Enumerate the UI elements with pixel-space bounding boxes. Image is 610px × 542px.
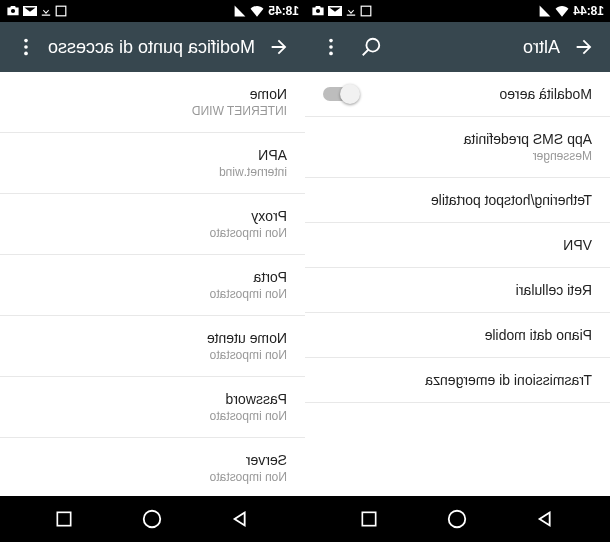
back-button[interactable] <box>564 27 604 67</box>
svg-point-12 <box>144 511 161 528</box>
header: Modifica punto di accesso <box>0 22 305 72</box>
list-item-username[interactable]: Nome utente Non impostato <box>0 316 305 377</box>
list-item-data-plan[interactable]: Piano dati mobile <box>305 313 610 358</box>
list-item-cellular[interactable]: Reti cellulari <box>305 268 610 313</box>
overflow-menu[interactable] <box>6 27 46 67</box>
svg-rect-0 <box>56 6 66 16</box>
nav-back[interactable] <box>216 499 266 539</box>
screenshot-icon <box>360 5 372 17</box>
nav-back[interactable] <box>521 499 571 539</box>
list-item-tethering[interactable]: Tethering/hotspot portatile <box>305 178 610 223</box>
svg-rect-5 <box>361 6 371 16</box>
list-item-emergency[interactable]: Trasmissioni di emergenza <box>305 358 610 403</box>
page-title: Altro <box>391 37 560 58</box>
settings-list: Nome INTERNET WIND APN internet.wind Pro… <box>0 72 305 496</box>
back-button[interactable] <box>259 27 299 67</box>
wifi-icon <box>250 5 264 17</box>
screenshot-icon <box>55 5 67 17</box>
svg-point-9 <box>329 39 333 43</box>
svg-point-6 <box>316 9 320 13</box>
svg-rect-15 <box>362 512 375 525</box>
svg-point-4 <box>24 52 28 56</box>
download-icon <box>40 5 52 17</box>
overflow-menu[interactable] <box>311 27 351 67</box>
svg-rect-13 <box>57 512 70 525</box>
list-item-sms-app[interactable]: App SMS predefinita Messenger <box>305 117 610 178</box>
nav-recents[interactable] <box>39 499 89 539</box>
status-bar: 18:44 <box>305 0 610 22</box>
page-title: Modifica punto di accesso <box>46 37 255 58</box>
navigation-bar <box>0 496 610 542</box>
settings-list: Modalità aereo App SMS predefinita Messe… <box>305 72 610 496</box>
email-icon <box>23 5 37 17</box>
apn-edit-screen: 18:45 Modifica punto di accesso Nome <box>0 0 305 496</box>
svg-point-14 <box>449 511 466 528</box>
status-bar: 18:45 <box>0 0 305 22</box>
list-item-proxy[interactable]: Proxy Non impostato <box>0 194 305 255</box>
svg-line-8 <box>363 50 369 56</box>
cellular-icon <box>539 5 551 17</box>
svg-point-11 <box>329 52 333 56</box>
email-icon <box>328 5 342 17</box>
list-item-vpn[interactable]: VPN <box>305 223 610 268</box>
wifi-icon <box>555 5 569 17</box>
camera-icon <box>311 5 325 17</box>
nav-recents[interactable] <box>344 499 394 539</box>
svg-point-7 <box>366 39 379 52</box>
nav-home[interactable] <box>128 499 178 539</box>
header: Altro <box>305 22 610 72</box>
list-item-name[interactable]: Nome INTERNET WIND <box>0 72 305 133</box>
camera-icon <box>6 5 20 17</box>
svg-point-2 <box>24 39 28 43</box>
list-item-airplane[interactable]: Modalità aereo <box>305 72 610 117</box>
list-item-apn[interactable]: APN internet.wind <box>0 133 305 194</box>
download-icon <box>345 5 357 17</box>
list-item-server[interactable]: Server Non impostato <box>0 438 305 496</box>
svg-point-10 <box>329 45 333 49</box>
search-button[interactable] <box>351 27 391 67</box>
status-time: 18:45 <box>268 4 299 18</box>
list-item-password[interactable]: Password Non impostato <box>0 377 305 438</box>
cellular-icon <box>234 5 246 17</box>
nav-home[interactable] <box>433 499 483 539</box>
svg-point-3 <box>24 45 28 49</box>
status-time: 18:44 <box>573 4 604 18</box>
airplane-toggle[interactable] <box>323 87 357 101</box>
svg-point-1 <box>11 9 15 13</box>
more-settings-screen: 18:44 Altro Mod <box>305 0 610 496</box>
list-item-port[interactable]: Porta Non impostato <box>0 255 305 316</box>
